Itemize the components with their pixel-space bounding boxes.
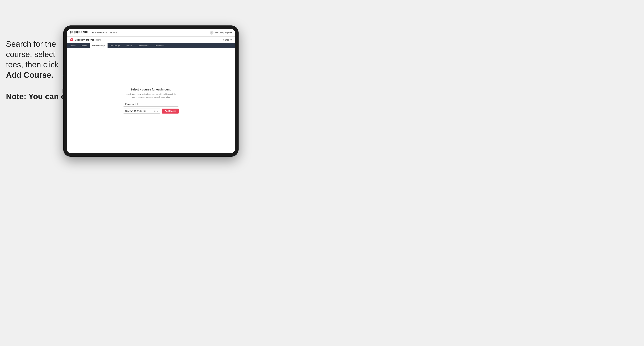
- nav-teams[interactable]: TEAMS: [110, 32, 117, 34]
- logo-area: SCOREBOARD Powered by clippd: [70, 31, 88, 34]
- main-content: Select a course for each round Search fo…: [67, 48, 235, 153]
- tab-leaderboards[interactable]: Leaderboards: [135, 43, 152, 48]
- course-search-input[interactable]: [123, 102, 179, 107]
- add-course-button[interactable]: Add Course: [162, 109, 179, 114]
- course-select-section: Select a course for each round Search fo…: [123, 88, 179, 114]
- nav-links: TOURNAMENTS TEAMS: [92, 32, 117, 34]
- tee-select-value: Gold (M) (M) (7010 yds): [125, 110, 146, 112]
- tee-select-controls: ✕ ⌄: [154, 110, 158, 112]
- tablet-side-button: [62, 89, 63, 93]
- top-navbar: SCOREBOARD Powered by clippd TOURNAMENTS…: [67, 29, 235, 37]
- clippd-icon: C: [70, 38, 73, 41]
- cancel-button[interactable]: Cancel ✕: [223, 39, 232, 41]
- tournament-name: Clippd Invitational: [75, 39, 94, 41]
- cancel-x-icon: ✕: [230, 39, 232, 41]
- chevron-icon[interactable]: ⌄: [156, 110, 158, 112]
- tee-select-row: Gold (M) (M) (7010 yds) ✕ ⌄ Add Course: [123, 109, 179, 114]
- tab-printables[interactable]: Printables: [152, 43, 166, 48]
- tab-results[interactable]: Results: [123, 43, 135, 48]
- user-avatar: T: [210, 31, 214, 35]
- tablet-screen: SCOREBOARD Powered by clippd TOURNAMENTS…: [67, 29, 235, 153]
- section-description: Search for a course and select a tee. Yo…: [123, 93, 179, 98]
- section-title: Select a course for each round: [131, 88, 172, 91]
- clear-icon[interactable]: ✕: [154, 110, 156, 112]
- tab-navigation: Details Teams Course Setup Tee Groups Re…: [67, 43, 235, 48]
- nav-tournaments[interactable]: TOURNAMENTS: [92, 32, 107, 34]
- logo-scoreboard: SCOREBOARD: [70, 31, 88, 33]
- tablet-frame: SCOREBOARD Powered by clippd TOURNAMENTS…: [63, 25, 238, 157]
- tab-teams[interactable]: Teams: [78, 43, 90, 48]
- tee-select-dropdown[interactable]: Gold (M) (M) (7010 yds) ✕ ⌄: [123, 109, 160, 114]
- sign-out-link[interactable]: Sign out: [225, 32, 232, 34]
- navbar-left: SCOREBOARD Powered by clippd TOURNAMENTS…: [70, 31, 117, 34]
- tab-details[interactable]: Details: [67, 43, 78, 48]
- tab-course-setup[interactable]: Course Setup: [90, 43, 108, 48]
- tournament-title-area: C Clippd Invitational (Men): [70, 38, 100, 41]
- tournament-header: C Clippd Invitational (Men) Cancel ✕: [67, 37, 235, 43]
- tournament-gender: (Men): [96, 39, 100, 41]
- tab-tee-groups[interactable]: Tee Groups: [108, 43, 123, 48]
- user-text: Test User |: [215, 32, 224, 34]
- logo-sub: Powered by clippd: [70, 33, 88, 34]
- navbar-right: T Test User | Sign out: [210, 31, 232, 35]
